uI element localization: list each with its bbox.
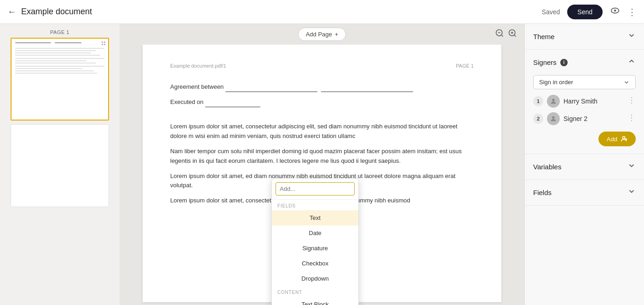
signers-title: Signers i [533, 58, 568, 66]
signer-row-1: 1 Harry Smith [533, 95, 636, 108]
page-1-thumb-box[interactable] [11, 38, 109, 121]
agreement-field-2[interactable] [321, 86, 413, 92]
variables-title: Variables [533, 163, 561, 171]
signers-body: Sign in order 1 Harry Smith [525, 75, 644, 154]
sign-order-label: Sign in order [539, 79, 573, 86]
center-panel: Add Page + [120, 24, 524, 305]
main-layout: PAGE 1 [0, 24, 644, 305]
document-title: Example document [21, 7, 92, 17]
agreement-field-1[interactable] [225, 86, 317, 92]
signers-info-icon[interactable]: i [560, 59, 568, 66]
signer-2-name: Signer 2 [564, 115, 624, 122]
doc-page-number: PAGE 1 [456, 63, 474, 69]
signer-2-avatar [547, 112, 560, 125]
add-page-label: Add Page [306, 31, 332, 38]
signer-2-num: 2 [533, 114, 543, 124]
back-icon[interactable]: ← [7, 6, 17, 17]
agreement-line: Agreement between [170, 82, 474, 92]
right-panel: Theme Signers i [524, 24, 644, 305]
thumb-content [15, 42, 104, 116]
theme-chevron-icon [627, 31, 636, 42]
doc-page-header: Example document.pdf/1 PAGE 1 [170, 63, 474, 69]
signers-section: Signers i Sign in order 1 [525, 50, 644, 154]
theme-title: Theme [533, 33, 555, 40]
topbar-left: ← Example document [7, 6, 536, 17]
zoom-in-button[interactable] [508, 29, 517, 40]
zoom-out-button[interactable] [495, 29, 504, 40]
fields-section-header[interactable]: Fields [525, 180, 644, 205]
svg-point-9 [552, 99, 554, 101]
svg-point-13 [552, 116, 554, 119]
signers-section-header[interactable]: Signers i [525, 50, 644, 75]
menu-item-date[interactable]: Date [272, 225, 358, 241]
eye-icon[interactable] [610, 6, 620, 18]
add-signer-row: Add [533, 130, 636, 146]
sign-order-button[interactable]: Sign in order [533, 75, 636, 89]
svg-line-3 [501, 35, 503, 37]
variables-chevron-icon [627, 161, 636, 172]
variables-section: Variables [525, 154, 644, 180]
topbar-right: Saved Send ⋮ [542, 5, 637, 19]
add-signer-button[interactable]: Add [598, 132, 636, 146]
send-button[interactable]: Send [567, 5, 603, 19]
svg-line-6 [514, 35, 516, 37]
saved-label: Saved [542, 8, 560, 16]
signers-chevron-icon [627, 57, 636, 68]
para-1: Lorem ipsum dolor sit amet, consectetur … [170, 122, 474, 141]
page-2-thumb-box[interactable] [11, 124, 109, 207]
doc-page: Example document.pdf/1 PAGE 1 Agreement … [143, 45, 501, 302]
signer-1-avatar [547, 95, 560, 108]
signer-2-more-icon[interactable] [627, 114, 636, 124]
doc-filename: Example document.pdf/1 [170, 63, 226, 69]
variables-section-header[interactable]: Variables [525, 154, 644, 179]
page-1-label: PAGE 1 [6, 29, 114, 35]
topbar: ← Example document Saved Send ⋮ [0, 0, 644, 24]
menu-item-text-block[interactable]: Text Block [272, 297, 358, 305]
para-2: Nam liber tempor cum solu nihil imperdie… [170, 147, 474, 166]
add-page-button[interactable]: Add Page + [298, 28, 346, 41]
add-signer-label: Add [607, 136, 617, 143]
fields-chevron-icon [627, 187, 636, 198]
field-search-input[interactable] [276, 182, 355, 196]
signer-1-num: 1 [533, 96, 543, 106]
doc-toolbar: Add Page + [120, 24, 524, 45]
more-icon[interactable]: ⋮ [627, 6, 637, 17]
zoom-controls [495, 29, 517, 40]
fields-title: Fields [533, 189, 552, 196]
svg-point-17 [622, 137, 625, 139]
thumb-grid-icon[interactable] [102, 41, 105, 45]
signer-1-name: Harry Smith [564, 98, 624, 105]
executed-line: Executed on [170, 98, 474, 107]
field-dropdown-popup: FIELDS Text Date Signature Checkbox Drop… [271, 178, 359, 305]
menu-item-signature[interactable]: Signature [272, 241, 358, 256]
signer-row-2: 2 Signer 2 [533, 112, 636, 125]
signer-1-more-icon[interactable] [627, 96, 636, 107]
menu-item-checkbox[interactable]: Checkbox [272, 256, 358, 271]
fields-section-label: FIELDS [272, 200, 358, 210]
doc-scroll-area[interactable]: Example document.pdf/1 PAGE 1 Agreement … [120, 45, 524, 305]
add-page-plus-icon: + [335, 31, 339, 38]
fields-section: Fields [525, 180, 644, 206]
page-2-thumbnail[interactable] [6, 124, 114, 207]
content-section-label: CONTENT [272, 286, 358, 297]
search-wrapper [272, 178, 358, 200]
executed-field[interactable] [205, 101, 260, 107]
left-panel: PAGE 1 [0, 24, 120, 305]
theme-section-header[interactable]: Theme [525, 24, 644, 49]
theme-section: Theme [525, 24, 644, 50]
svg-point-1 [614, 10, 616, 12]
page-1-thumbnail[interactable]: PAGE 1 [6, 29, 114, 121]
menu-item-text[interactable]: Text [272, 210, 358, 225]
menu-item-dropdown[interactable]: Dropdown [272, 271, 358, 286]
